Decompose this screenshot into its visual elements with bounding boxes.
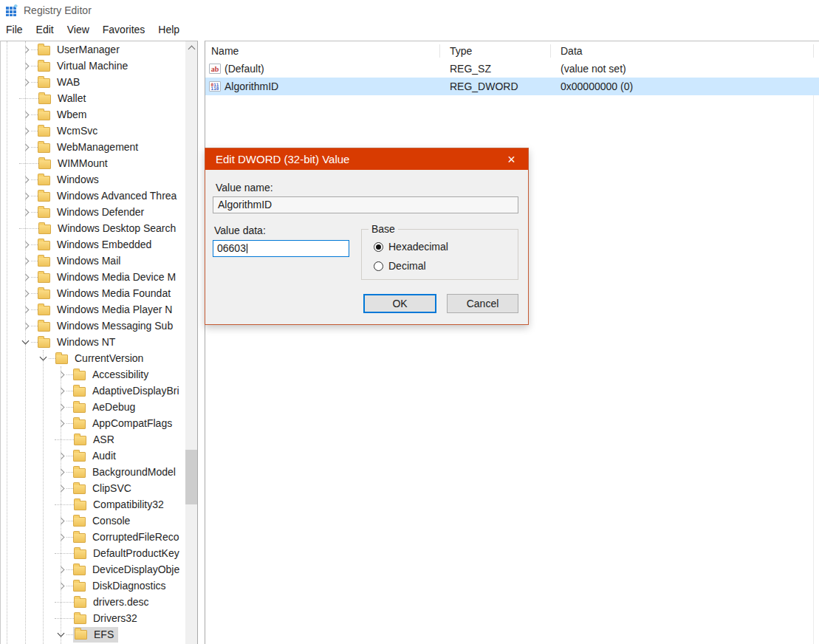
- decimal-radio-row[interactable]: Decimal: [374, 260, 426, 272]
- menu-favorites[interactable]: Favorites: [103, 24, 145, 35]
- tree-item-console[interactable]: Console: [1, 513, 185, 529]
- tree-item-audit[interactable]: Audit: [1, 448, 185, 464]
- chevron-right-icon[interactable]: [19, 269, 31, 285]
- tree-item-wimmount[interactable]: WIMMount: [1, 155, 185, 171]
- ok-button[interactable]: OK: [363, 294, 436, 313]
- chevron-right-icon[interactable]: [19, 253, 31, 269]
- tree-item-defaultproductkey[interactable]: DefaultProductKey: [1, 545, 185, 561]
- value-data-field[interactable]: 06603: [213, 240, 349, 257]
- chevron-right-icon[interactable]: [19, 139, 31, 155]
- tree-item-windows-media-device-m[interactable]: Windows Media Device M: [1, 269, 185, 285]
- tree-item-windows-media-foundat[interactable]: Windows Media Foundat: [1, 285, 185, 301]
- tree-connector: [66, 536, 73, 538]
- tree-item-aedebug[interactable]: AeDebug: [1, 399, 185, 415]
- tree-item-drivers32[interactable]: Drivers32: [1, 610, 185, 626]
- tree-item-wab[interactable]: WAB: [1, 74, 185, 90]
- tree-scrollbar[interactable]: [185, 41, 197, 644]
- edit-dword-dialog: Edit DWORD (32-bit) Value × Value name: …: [205, 148, 529, 325]
- value-name-field[interactable]: AlgorithmID: [213, 196, 518, 213]
- chevron-right-icon[interactable]: [19, 123, 31, 139]
- tree-connector: [55, 617, 74, 619]
- tree-item-devicedisplayobje[interactable]: DeviceDisplayObje: [1, 561, 185, 578]
- menu-help[interactable]: Help: [158, 24, 179, 35]
- close-icon[interactable]: ×: [495, 148, 528, 170]
- chevron-right-icon[interactable]: [55, 513, 66, 529]
- tree-item-compatibility32[interactable]: Compatibility32: [1, 496, 185, 513]
- tree-item-appcompatflags[interactable]: AppCompatFlags: [1, 415, 185, 431]
- chevron-right-icon[interactable]: [19, 188, 31, 204]
- tree-item-asr[interactable]: ASR: [1, 431, 185, 448]
- chevron-right-icon[interactable]: [55, 464, 66, 480]
- chevron-right-icon[interactable]: [19, 301, 31, 318]
- tree-item-windows-desktop-search[interactable]: Windows Desktop Search: [1, 220, 185, 236]
- decimal-radio[interactable]: [374, 261, 383, 271]
- value-row-default[interactable]: ab(Default)REG_SZ(value not set): [205, 60, 819, 78]
- tree-item-windows-messaging-sub[interactable]: Windows Messaging Sub: [1, 318, 185, 334]
- chevron-right-icon[interactable]: [19, 171, 31, 188]
- tree-item-drivers-desc[interactable]: drivers.desc: [1, 594, 185, 610]
- text-caret: [247, 244, 247, 253]
- tree-item-currentversion[interactable]: CurrentVersion: [1, 350, 185, 366]
- tree-item-webmanagement[interactable]: WebManagement: [1, 139, 185, 155]
- value-row-algorithmid[interactable]: 011110AlgorithmIDREG_DWORD0x00000000 (0): [205, 78, 819, 95]
- tree-item-wallet[interactable]: Wallet: [1, 90, 185, 106]
- menu-file[interactable]: File: [6, 24, 23, 35]
- chevron-right-icon[interactable]: [55, 448, 66, 464]
- tree-item-efs[interactable]: EFS: [1, 626, 185, 643]
- folder-icon: [38, 322, 50, 332]
- chevron-right-icon[interactable]: [19, 204, 31, 220]
- cancel-button[interactable]: Cancel: [447, 294, 518, 313]
- chevron-right-icon[interactable]: [55, 415, 66, 431]
- tree-item-windows-nt[interactable]: Windows NT: [1, 334, 185, 350]
- tree-item-wbem[interactable]: Wbem: [1, 106, 185, 123]
- chevron-right-icon[interactable]: [55, 529, 66, 545]
- tree-item-wcmsvc[interactable]: WcmSvc: [1, 123, 185, 139]
- column-header-data[interactable]: Data: [551, 44, 814, 58]
- chevron-right-icon[interactable]: [19, 236, 31, 253]
- chevron-right-icon[interactable]: [55, 399, 66, 415]
- tree-item-adaptivedisplaybri[interactable]: AdaptiveDisplayBri: [1, 383, 185, 399]
- tree-connector: [55, 439, 74, 440]
- chevron-right-icon[interactable]: [55, 366, 66, 383]
- column-header-name[interactable]: Name: [205, 44, 440, 58]
- column-header-type[interactable]: Type: [440, 44, 551, 58]
- chevron-right-icon[interactable]: [19, 74, 31, 90]
- menu-view[interactable]: View: [67, 24, 89, 35]
- chevron-right-icon[interactable]: [55, 561, 66, 578]
- scrollbar-thumb[interactable]: [185, 450, 197, 504]
- hexadecimal-radio-row[interactable]: Hexadecimal: [374, 241, 448, 253]
- menu-edit[interactable]: Edit: [36, 24, 54, 35]
- tree-item-clipsvc[interactable]: ClipSVC: [1, 480, 185, 496]
- chevron-right-icon[interactable]: [19, 318, 31, 334]
- tree-item-windows-advanced-threa[interactable]: Windows Advanced Threa: [1, 188, 185, 204]
- scrollbar-up-arrow-icon[interactable]: [185, 41, 197, 54]
- tree-item-accessibility[interactable]: Accessibility: [1, 366, 185, 383]
- folder-icon: [38, 143, 50, 153]
- tree-item-windows[interactable]: Windows: [1, 171, 185, 188]
- tree-item-backgroundmodel[interactable]: BackgroundModel: [1, 464, 185, 480]
- tree-item-usermanager[interactable]: UserManager: [1, 41, 185, 58]
- chevron-right-icon[interactable]: [55, 383, 66, 399]
- chevron-down-icon[interactable]: [55, 626, 66, 643]
- tree-connector: [19, 162, 38, 164]
- tree-connector: [31, 211, 38, 213]
- tree-item-diskdiagnostics[interactable]: DiskDiagnostics: [1, 578, 185, 594]
- tree-item-virtual-machine[interactable]: Virtual Machine: [1, 58, 185, 74]
- chevron-right-icon[interactable]: [55, 480, 66, 496]
- tree-item-windows-defender[interactable]: Windows Defender: [1, 204, 185, 220]
- tree-item-windows-media-player-n[interactable]: Windows Media Player N: [1, 301, 185, 318]
- chevron-right-icon[interactable]: [55, 578, 66, 594]
- dialog-titlebar[interactable]: Edit DWORD (32-bit) Value ×: [205, 148, 528, 170]
- hexadecimal-radio[interactable]: [374, 242, 383, 252]
- tree-connector: [66, 374, 73, 375]
- chevron-down-icon[interactable]: [19, 334, 31, 350]
- chevron-right-icon[interactable]: [19, 58, 31, 74]
- tree-item-label: EFS: [94, 628, 114, 640]
- chevron-right-icon[interactable]: [19, 41, 31, 58]
- tree-item-windows-mail[interactable]: Windows Mail: [1, 253, 185, 269]
- chevron-right-icon[interactable]: [19, 285, 31, 301]
- tree-item-windows-embedded[interactable]: Windows Embedded: [1, 236, 185, 253]
- chevron-right-icon[interactable]: [19, 106, 31, 123]
- chevron-down-icon[interactable]: [37, 350, 49, 366]
- tree-item-corruptedfilereco[interactable]: CorruptedFileReco: [1, 529, 185, 545]
